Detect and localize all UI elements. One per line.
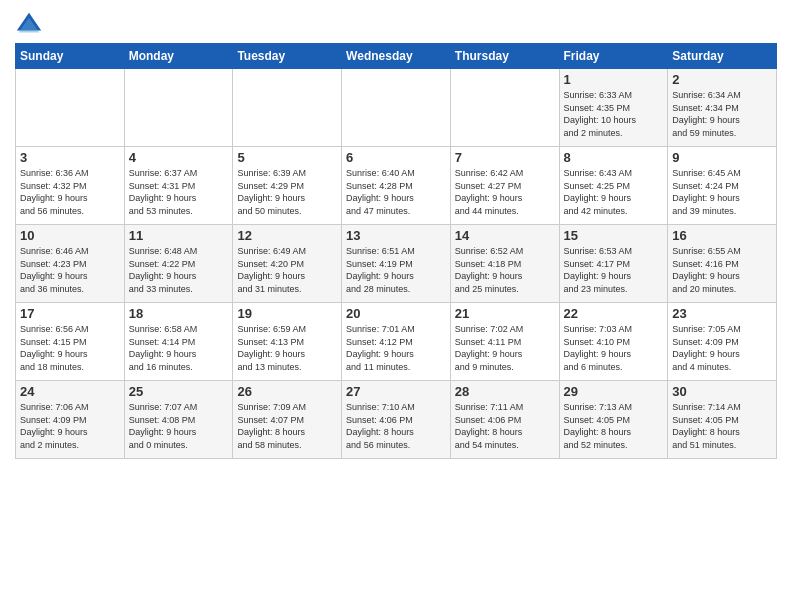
calendar-cell: [16, 69, 125, 147]
calendar-cell: 9Sunrise: 6:45 AM Sunset: 4:24 PM Daylig…: [668, 147, 777, 225]
day-info: Sunrise: 6:39 AM Sunset: 4:29 PM Dayligh…: [237, 167, 337, 217]
day-info: Sunrise: 6:51 AM Sunset: 4:19 PM Dayligh…: [346, 245, 446, 295]
calendar-week-row: 1Sunrise: 6:33 AM Sunset: 4:35 PM Daylig…: [16, 69, 777, 147]
day-number: 21: [455, 306, 555, 321]
day-info: Sunrise: 6:55 AM Sunset: 4:16 PM Dayligh…: [672, 245, 772, 295]
day-info: Sunrise: 6:45 AM Sunset: 4:24 PM Dayligh…: [672, 167, 772, 217]
calendar-cell: [124, 69, 233, 147]
calendar-cell: 14Sunrise: 6:52 AM Sunset: 4:18 PM Dayli…: [450, 225, 559, 303]
calendar-cell: 7Sunrise: 6:42 AM Sunset: 4:27 PM Daylig…: [450, 147, 559, 225]
calendar-week-row: 10Sunrise: 6:46 AM Sunset: 4:23 PM Dayli…: [16, 225, 777, 303]
calendar-cell: 11Sunrise: 6:48 AM Sunset: 4:22 PM Dayli…: [124, 225, 233, 303]
day-number: 24: [20, 384, 120, 399]
calendar-table: SundayMondayTuesdayWednesdayThursdayFrid…: [15, 43, 777, 459]
calendar-cell: [233, 69, 342, 147]
calendar-cell: 29Sunrise: 7:13 AM Sunset: 4:05 PM Dayli…: [559, 381, 668, 459]
logo-icon: [15, 10, 43, 38]
calendar-cell: 28Sunrise: 7:11 AM Sunset: 4:06 PM Dayli…: [450, 381, 559, 459]
calendar-cell: 4Sunrise: 6:37 AM Sunset: 4:31 PM Daylig…: [124, 147, 233, 225]
day-info: Sunrise: 6:56 AM Sunset: 4:15 PM Dayligh…: [20, 323, 120, 373]
day-number: 15: [564, 228, 664, 243]
day-number: 23: [672, 306, 772, 321]
day-number: 30: [672, 384, 772, 399]
calendar-header-row: SundayMondayTuesdayWednesdayThursdayFrid…: [16, 44, 777, 69]
day-info: Sunrise: 7:03 AM Sunset: 4:10 PM Dayligh…: [564, 323, 664, 373]
header-sunday: Sunday: [16, 44, 125, 69]
day-info: Sunrise: 6:40 AM Sunset: 4:28 PM Dayligh…: [346, 167, 446, 217]
calendar-cell: 3Sunrise: 6:36 AM Sunset: 4:32 PM Daylig…: [16, 147, 125, 225]
day-number: 19: [237, 306, 337, 321]
day-number: 4: [129, 150, 229, 165]
day-number: 16: [672, 228, 772, 243]
logo: [15, 10, 46, 38]
header-wednesday: Wednesday: [342, 44, 451, 69]
day-number: 22: [564, 306, 664, 321]
day-number: 18: [129, 306, 229, 321]
day-number: 7: [455, 150, 555, 165]
calendar-cell: 8Sunrise: 6:43 AM Sunset: 4:25 PM Daylig…: [559, 147, 668, 225]
calendar-week-row: 24Sunrise: 7:06 AM Sunset: 4:09 PM Dayli…: [16, 381, 777, 459]
header: [15, 10, 777, 38]
calendar-cell: 15Sunrise: 6:53 AM Sunset: 4:17 PM Dayli…: [559, 225, 668, 303]
calendar-cell: [450, 69, 559, 147]
calendar-cell: 13Sunrise: 6:51 AM Sunset: 4:19 PM Dayli…: [342, 225, 451, 303]
day-number: 17: [20, 306, 120, 321]
day-number: 12: [237, 228, 337, 243]
day-number: 1: [564, 72, 664, 87]
header-saturday: Saturday: [668, 44, 777, 69]
day-number: 11: [129, 228, 229, 243]
day-info: Sunrise: 6:59 AM Sunset: 4:13 PM Dayligh…: [237, 323, 337, 373]
day-info: Sunrise: 7:09 AM Sunset: 4:07 PM Dayligh…: [237, 401, 337, 451]
day-info: Sunrise: 6:58 AM Sunset: 4:14 PM Dayligh…: [129, 323, 229, 373]
page-container: SundayMondayTuesdayWednesdayThursdayFrid…: [0, 0, 792, 464]
calendar-cell: 1Sunrise: 6:33 AM Sunset: 4:35 PM Daylig…: [559, 69, 668, 147]
day-info: Sunrise: 6:49 AM Sunset: 4:20 PM Dayligh…: [237, 245, 337, 295]
day-info: Sunrise: 7:06 AM Sunset: 4:09 PM Dayligh…: [20, 401, 120, 451]
day-number: 28: [455, 384, 555, 399]
day-info: Sunrise: 7:14 AM Sunset: 4:05 PM Dayligh…: [672, 401, 772, 451]
calendar-cell: 6Sunrise: 6:40 AM Sunset: 4:28 PM Daylig…: [342, 147, 451, 225]
calendar-cell: 21Sunrise: 7:02 AM Sunset: 4:11 PM Dayli…: [450, 303, 559, 381]
day-number: 6: [346, 150, 446, 165]
calendar-cell: 12Sunrise: 6:49 AM Sunset: 4:20 PM Dayli…: [233, 225, 342, 303]
day-number: 25: [129, 384, 229, 399]
day-number: 3: [20, 150, 120, 165]
day-info: Sunrise: 7:07 AM Sunset: 4:08 PM Dayligh…: [129, 401, 229, 451]
day-info: Sunrise: 7:02 AM Sunset: 4:11 PM Dayligh…: [455, 323, 555, 373]
day-number: 26: [237, 384, 337, 399]
day-number: 10: [20, 228, 120, 243]
calendar-cell: 5Sunrise: 6:39 AM Sunset: 4:29 PM Daylig…: [233, 147, 342, 225]
calendar-cell: 18Sunrise: 6:58 AM Sunset: 4:14 PM Dayli…: [124, 303, 233, 381]
day-info: Sunrise: 6:36 AM Sunset: 4:32 PM Dayligh…: [20, 167, 120, 217]
day-info: Sunrise: 6:52 AM Sunset: 4:18 PM Dayligh…: [455, 245, 555, 295]
day-number: 9: [672, 150, 772, 165]
day-number: 27: [346, 384, 446, 399]
day-info: Sunrise: 7:13 AM Sunset: 4:05 PM Dayligh…: [564, 401, 664, 451]
header-monday: Monday: [124, 44, 233, 69]
calendar-cell: 30Sunrise: 7:14 AM Sunset: 4:05 PM Dayli…: [668, 381, 777, 459]
day-number: 14: [455, 228, 555, 243]
day-info: Sunrise: 7:01 AM Sunset: 4:12 PM Dayligh…: [346, 323, 446, 373]
calendar-cell: 26Sunrise: 7:09 AM Sunset: 4:07 PM Dayli…: [233, 381, 342, 459]
day-info: Sunrise: 7:11 AM Sunset: 4:06 PM Dayligh…: [455, 401, 555, 451]
day-info: Sunrise: 6:42 AM Sunset: 4:27 PM Dayligh…: [455, 167, 555, 217]
day-info: Sunrise: 7:05 AM Sunset: 4:09 PM Dayligh…: [672, 323, 772, 373]
day-info: Sunrise: 6:34 AM Sunset: 4:34 PM Dayligh…: [672, 89, 772, 139]
header-thursday: Thursday: [450, 44, 559, 69]
calendar-cell: 19Sunrise: 6:59 AM Sunset: 4:13 PM Dayli…: [233, 303, 342, 381]
calendar-week-row: 3Sunrise: 6:36 AM Sunset: 4:32 PM Daylig…: [16, 147, 777, 225]
calendar-cell: [342, 69, 451, 147]
day-info: Sunrise: 6:48 AM Sunset: 4:22 PM Dayligh…: [129, 245, 229, 295]
day-info: Sunrise: 6:46 AM Sunset: 4:23 PM Dayligh…: [20, 245, 120, 295]
calendar-cell: 23Sunrise: 7:05 AM Sunset: 4:09 PM Dayli…: [668, 303, 777, 381]
calendar-cell: 22Sunrise: 7:03 AM Sunset: 4:10 PM Dayli…: [559, 303, 668, 381]
calendar-cell: 16Sunrise: 6:55 AM Sunset: 4:16 PM Dayli…: [668, 225, 777, 303]
calendar-cell: 20Sunrise: 7:01 AM Sunset: 4:12 PM Dayli…: [342, 303, 451, 381]
header-tuesday: Tuesday: [233, 44, 342, 69]
day-info: Sunrise: 6:33 AM Sunset: 4:35 PM Dayligh…: [564, 89, 664, 139]
day-number: 29: [564, 384, 664, 399]
calendar-cell: 27Sunrise: 7:10 AM Sunset: 4:06 PM Dayli…: [342, 381, 451, 459]
day-info: Sunrise: 6:53 AM Sunset: 4:17 PM Dayligh…: [564, 245, 664, 295]
calendar-cell: 24Sunrise: 7:06 AM Sunset: 4:09 PM Dayli…: [16, 381, 125, 459]
calendar-cell: 2Sunrise: 6:34 AM Sunset: 4:34 PM Daylig…: [668, 69, 777, 147]
